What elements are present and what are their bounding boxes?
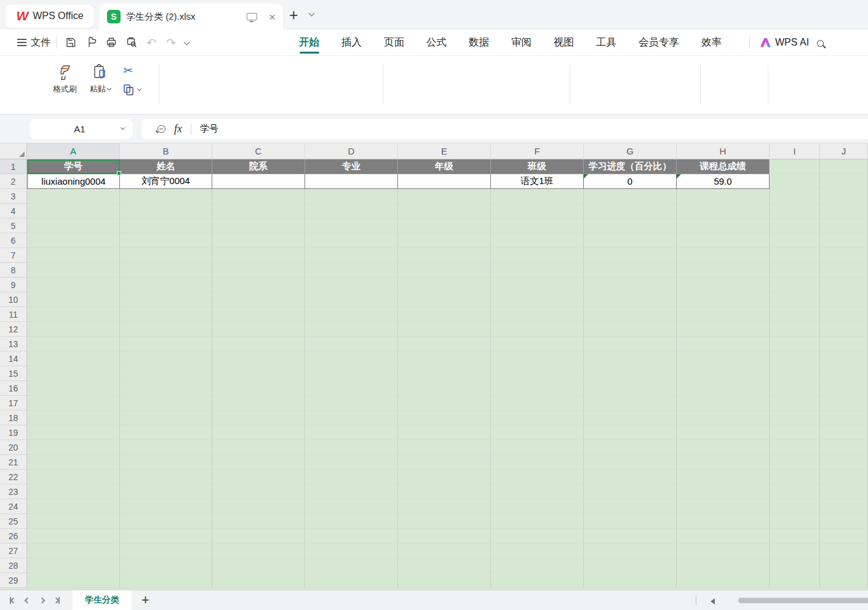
- cell-G12[interactable]: [584, 322, 677, 337]
- row-header-16[interactable]: 16: [0, 381, 27, 396]
- row-header-26[interactable]: 26: [0, 529, 27, 544]
- column-header-F[interactable]: F: [491, 143, 584, 159]
- cell-H16[interactable]: [677, 381, 770, 396]
- row-header-21[interactable]: 21: [0, 455, 27, 470]
- cell-C5[interactable]: [212, 219, 305, 233]
- cell-E29[interactable]: [398, 573, 491, 588]
- menu-item-开始[interactable]: 开始: [288, 30, 330, 55]
- cell-E21[interactable]: [398, 455, 491, 470]
- cell-F16[interactable]: [491, 381, 584, 396]
- cell-I7[interactable]: [770, 248, 820, 263]
- menu-item-会员专享[interactable]: 会员专享: [627, 30, 690, 55]
- cell-F12[interactable]: [491, 322, 584, 337]
- column-header-C[interactable]: C: [212, 143, 305, 159]
- cell-A14[interactable]: [27, 351, 120, 366]
- cell-F20[interactable]: [491, 440, 584, 455]
- cell-D3[interactable]: [305, 189, 398, 204]
- cell-A10[interactable]: [27, 292, 120, 307]
- cell-G22[interactable]: [584, 470, 677, 484]
- cell-D7[interactable]: [305, 248, 398, 263]
- row-header-2[interactable]: 2: [0, 174, 27, 189]
- cell-I26[interactable]: [770, 529, 820, 544]
- cell-H4[interactable]: [677, 204, 770, 219]
- cell-J9[interactable]: [820, 278, 868, 292]
- cell-H18[interactable]: [677, 411, 770, 425]
- column-header-E[interactable]: E: [398, 143, 491, 159]
- cell-I4[interactable]: [770, 204, 820, 219]
- cell-H29[interactable]: [677, 573, 770, 588]
- cell-F27[interactable]: [491, 544, 584, 558]
- cell-J11[interactable]: [820, 307, 868, 322]
- add-sheet-button[interactable]: +: [141, 592, 149, 608]
- cell-C7[interactable]: [212, 248, 305, 263]
- cell-J21[interactable]: [820, 455, 868, 470]
- column-header-G[interactable]: G: [584, 143, 677, 159]
- cell-E2[interactable]: [398, 174, 491, 189]
- cell-C4[interactable]: [212, 204, 305, 219]
- cell-I28[interactable]: [770, 558, 820, 573]
- cell-B27[interactable]: [120, 544, 212, 558]
- cell-A17[interactable]: [27, 396, 120, 411]
- cell-D5[interactable]: [305, 219, 398, 233]
- cell-E24[interactable]: [398, 499, 491, 514]
- row-header-20[interactable]: 20: [0, 440, 27, 455]
- cell-C24[interactable]: [212, 499, 305, 514]
- cell-D6[interactable]: [305, 233, 398, 248]
- cell-G3[interactable]: [584, 189, 677, 204]
- cell-D2[interactable]: [305, 174, 398, 189]
- cell-I19[interactable]: [770, 425, 820, 440]
- cell-H19[interactable]: [677, 425, 770, 440]
- cell-J13[interactable]: [820, 337, 868, 351]
- fx-icon[interactable]: fx: [174, 122, 182, 135]
- cell-E26[interactable]: [398, 529, 491, 544]
- cell-F4[interactable]: [491, 204, 584, 219]
- redo-button[interactable]: ↷: [162, 30, 180, 55]
- cell-A7[interactable]: [27, 248, 120, 263]
- cell-D28[interactable]: [305, 558, 398, 573]
- row-header-8[interactable]: 8: [0, 263, 27, 278]
- cell-J19[interactable]: [820, 425, 868, 440]
- cell-H14[interactable]: [677, 351, 770, 366]
- cell-H3[interactable]: [677, 189, 770, 204]
- row-header-9[interactable]: 9: [0, 278, 27, 292]
- cell-I8[interactable]: [770, 263, 820, 278]
- cell-J26[interactable]: [820, 529, 868, 544]
- column-header-J[interactable]: J: [820, 143, 868, 159]
- cell-D29[interactable]: [305, 573, 398, 588]
- cell-C20[interactable]: [212, 440, 305, 455]
- cell-C27[interactable]: [212, 544, 305, 558]
- cell-F28[interactable]: [491, 558, 584, 573]
- cell-D12[interactable]: [305, 322, 398, 337]
- cell-H23[interactable]: [677, 484, 770, 499]
- cell-B26[interactable]: [120, 529, 212, 544]
- cell-I12[interactable]: [770, 322, 820, 337]
- cell-E15[interactable]: [398, 366, 491, 381]
- cell-B11[interactable]: [120, 307, 212, 322]
- format-painter-button[interactable]: 格式刷: [53, 63, 77, 95]
- cell-H10[interactable]: [677, 292, 770, 307]
- cell-D19[interactable]: [305, 425, 398, 440]
- formula-zoom-icon[interactable]: [157, 125, 165, 133]
- main-menu-icon[interactable]: [17, 39, 26, 46]
- cell-A22[interactable]: [27, 470, 120, 484]
- horizontal-scrollbar[interactable]: [738, 598, 868, 603]
- menu-item-审阅[interactable]: 审阅: [500, 30, 543, 55]
- row-header-29[interactable]: 29: [0, 573, 27, 588]
- cell-G16[interactable]: [584, 381, 677, 396]
- cell-A23[interactable]: [27, 484, 120, 499]
- cell-F29[interactable]: [491, 573, 584, 588]
- cell-J22[interactable]: [820, 470, 868, 484]
- cell-G21[interactable]: [584, 455, 677, 470]
- cell-G11[interactable]: [584, 307, 677, 322]
- cell-D21[interactable]: [305, 455, 398, 470]
- cell-H1[interactable]: 课程总成绩: [677, 159, 770, 174]
- cell-A26[interactable]: [27, 529, 120, 544]
- cell-B25[interactable]: [120, 514, 212, 529]
- cell-H9[interactable]: [677, 278, 770, 292]
- cell-B18[interactable]: [120, 411, 212, 425]
- cell-C2[interactable]: [212, 174, 305, 189]
- cell-F24[interactable]: [491, 499, 584, 514]
- cell-I6[interactable]: [770, 233, 820, 248]
- cell-G5[interactable]: [584, 219, 677, 233]
- cell-F8[interactable]: [491, 263, 584, 278]
